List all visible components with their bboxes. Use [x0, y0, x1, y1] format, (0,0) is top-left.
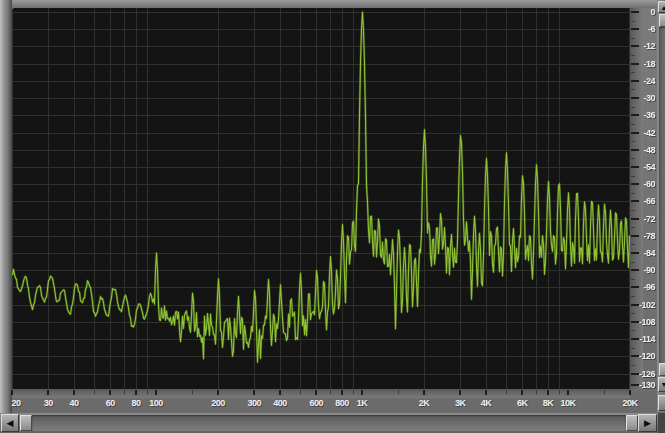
- x-tick: [629, 390, 631, 395]
- window-frame-top: [12, 0, 657, 8]
- y-minor-tick: [631, 176, 635, 177]
- x-tick: [423, 390, 425, 395]
- vscroll-track[interactable]: [659, 27, 665, 363]
- scroll-up-icon: ▲: [661, 4, 665, 11]
- x-tick: [155, 390, 157, 395]
- hscroll-right-grip[interactable]: [626, 415, 638, 431]
- y-tick-label: -30: [629, 93, 655, 103]
- x-tick: [11, 390, 13, 395]
- x-tick: [217, 390, 219, 395]
- y-minor-tick: [631, 244, 635, 245]
- y-minor-tick: [631, 72, 635, 73]
- x-tick: [547, 390, 549, 395]
- y-tick-label: -102: [629, 300, 655, 310]
- spectrum-analyzer-window: { "window": {"width": 665, "height": 433…: [0, 0, 665, 433]
- hscroll-track[interactable]: [32, 415, 626, 431]
- vscroll-bottom-grip[interactable]: [659, 363, 665, 376]
- y-minor-tick: [631, 227, 635, 228]
- x-minor-tick: [300, 390, 301, 394]
- x-tick-label: 40: [57, 398, 91, 408]
- horizontal-scrollbar[interactable]: ◀ ▶: [0, 413, 658, 433]
- y-tick-label: -48: [629, 145, 655, 155]
- x-tick-label: 400: [263, 398, 297, 408]
- x-tick: [521, 390, 523, 395]
- x-tick: [135, 390, 137, 395]
- y-minor-tick: [631, 158, 635, 159]
- y-tick-label: -90: [629, 265, 655, 275]
- x-minor-tick: [124, 390, 125, 394]
- y-tick-label: -72: [629, 214, 655, 224]
- x-tick-label: 20K: [613, 398, 647, 408]
- scroll-up-button[interactable]: ▲: [658, 1, 665, 13]
- x-tick-label: 200: [201, 398, 235, 408]
- x-minor-tick: [559, 390, 560, 394]
- y-minor-tick: [631, 55, 635, 56]
- x-tick: [567, 390, 569, 395]
- scroll-right-button[interactable]: ▶: [638, 414, 657, 432]
- vscroll-top-grip[interactable]: [659, 14, 665, 27]
- vscroll-extra-button[interactable]: [658, 395, 665, 411]
- x-tick-label: 20: [0, 398, 33, 408]
- x-axis-ruler: [12, 389, 630, 398]
- y-tick-label: -126: [629, 369, 655, 379]
- y-tick-label: -60: [629, 179, 655, 189]
- y-tick-label: -42: [629, 128, 655, 138]
- y-tick-label: -114: [629, 334, 655, 344]
- x-tick-label: 2K: [407, 398, 441, 408]
- y-tick-label: -78: [629, 231, 655, 241]
- x-minor-tick: [330, 390, 331, 394]
- y-minor-tick: [631, 296, 635, 297]
- y-minor-tick: [631, 193, 635, 194]
- x-tick: [361, 390, 363, 395]
- y-minor-tick: [631, 89, 635, 90]
- x-tick: [459, 390, 461, 395]
- y-tick-label: -18: [629, 59, 655, 69]
- scroll-right-icon: ▶: [644, 419, 651, 428]
- x-minor-tick: [604, 390, 605, 394]
- hscroll-left-grip[interactable]: [20, 415, 32, 431]
- scroll-left-icon: ◀: [7, 419, 14, 428]
- x-tick: [253, 390, 255, 395]
- y-minor-tick: [631, 38, 635, 39]
- y-tick-label: -108: [629, 317, 655, 327]
- y-tick-label: -120: [629, 351, 655, 361]
- vertical-scrollbar[interactable]: ▲ ▼: [657, 0, 665, 412]
- y-minor-tick: [631, 210, 635, 211]
- y-minor-tick: [631, 348, 635, 349]
- spectrum-plot[interactable]: [12, 8, 630, 389]
- x-minor-tick: [506, 390, 507, 394]
- x-minor-tick: [536, 390, 537, 394]
- y-tick-label: -36: [629, 110, 655, 120]
- y-minor-tick: [631, 21, 635, 22]
- y-tick-label: 0: [629, 7, 655, 17]
- y-tick-label: -54: [629, 162, 655, 172]
- y-minor-tick: [631, 141, 635, 142]
- x-tick-label: 4K: [469, 398, 503, 408]
- x-tick: [485, 390, 487, 395]
- x-minor-tick: [192, 390, 193, 394]
- scroll-left-button[interactable]: ◀: [1, 414, 19, 432]
- y-tick-label: -66: [629, 196, 655, 206]
- x-tick: [73, 390, 75, 395]
- x-minor-tick: [398, 390, 399, 394]
- scroll-down-button[interactable]: ▼: [658, 377, 665, 392]
- x-tick-label: 100: [139, 398, 173, 408]
- x-minor-tick: [353, 390, 354, 394]
- y-tick-label: -96: [629, 282, 655, 292]
- x-tick: [279, 390, 281, 395]
- y-tick-label: -84: [629, 248, 655, 258]
- window-frame-left: [0, 0, 12, 413]
- scroll-down-icon: ▼: [661, 381, 665, 388]
- x-tick: [47, 390, 49, 395]
- y-minor-tick: [631, 262, 635, 263]
- y-tick-label: -6: [629, 24, 655, 34]
- y-minor-tick: [631, 365, 635, 366]
- y-minor-tick: [631, 313, 635, 314]
- spectrum-canvas[interactable]: [12, 8, 630, 389]
- y-minor-tick: [631, 279, 635, 280]
- scrollbar-corner: [658, 413, 665, 433]
- x-minor-tick: [147, 390, 148, 394]
- y-tick-label: -24: [629, 76, 655, 86]
- x-tick-label: 10K: [551, 398, 585, 408]
- x-tick: [341, 390, 343, 395]
